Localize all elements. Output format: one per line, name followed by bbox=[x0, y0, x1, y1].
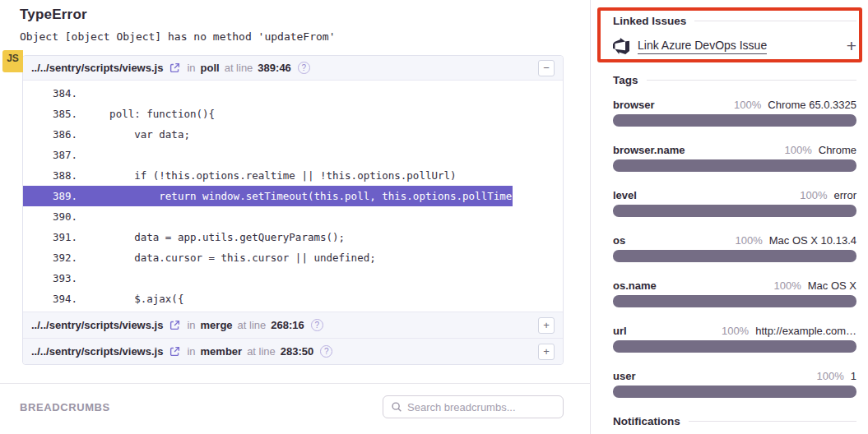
tag-distribution-bar[interactable] bbox=[613, 386, 856, 398]
azure-devops-icon bbox=[613, 38, 629, 54]
tag-percent: 100% bbox=[800, 189, 827, 201]
code-line: 393. bbox=[23, 268, 563, 289]
issue-detail-page: TypeError Object [object Object] has no … bbox=[0, 0, 868, 434]
frame-line-number: 268:16 bbox=[271, 319, 304, 331]
code-line: 385. poll: function(){ bbox=[23, 104, 563, 124]
tag-value[interactable]: http://example.com… bbox=[755, 325, 856, 337]
stack-frame-header[interactable]: ../../sentry/scripts/views.js in member … bbox=[23, 338, 563, 364]
tags-section: Tags browser 100% Chrome 65.0.3325 brows… bbox=[613, 74, 856, 398]
tag-item: url 100% http://example.com… bbox=[613, 325, 856, 353]
main-column: TypeError Object [object Object] has no … bbox=[0, 0, 591, 434]
tag-key[interactable]: browser bbox=[613, 99, 655, 111]
frame-at-label: at line bbox=[238, 319, 267, 331]
source-code-block: 384. 385. poll: function(){ 386. var dat… bbox=[23, 81, 563, 312]
frame-function: poll bbox=[201, 62, 220, 74]
stack-frame-header[interactable]: ../../sentry/scripts/views.js in poll at… bbox=[23, 56, 563, 81]
frame-line-number: 389:46 bbox=[258, 62, 290, 74]
breadcrumbs-section: BREADCRUMBS bbox=[20, 395, 564, 418]
tag-value[interactable]: Mac OS X bbox=[808, 279, 856, 292]
tag-distribution-bar[interactable] bbox=[613, 295, 856, 307]
code-line: 387. bbox=[23, 145, 563, 165]
frame-in-label: in bbox=[187, 345, 195, 358]
tag-percent: 100% bbox=[785, 144, 812, 156]
tag-key[interactable]: os bbox=[613, 234, 625, 247]
collapse-frame-button[interactable]: − bbox=[538, 60, 555, 76]
frame-line-number: 283:50 bbox=[281, 345, 313, 358]
breadcrumbs-heading: BREADCRUMBS bbox=[20, 401, 110, 413]
notifications-section: Notifications bbox=[613, 415, 856, 427]
code-line: 394. $.ajax({ bbox=[23, 289, 563, 309]
tag-item: level 100% error bbox=[613, 189, 856, 217]
search-input[interactable] bbox=[407, 401, 555, 413]
code-line: 388. if (!this.options.realtime || !this… bbox=[23, 165, 563, 186]
frame-function: merge bbox=[201, 319, 233, 331]
tag-value[interactable]: Chrome 65.0.3325 bbox=[768, 99, 856, 111]
expand-frame-button[interactable]: + bbox=[538, 344, 555, 360]
frame-in-label: in bbox=[187, 319, 195, 331]
expand-frame-button[interactable]: + bbox=[538, 317, 555, 334]
linked-issues-heading: Linked Issues bbox=[613, 15, 856, 27]
tag-distribution-bar[interactable] bbox=[613, 250, 856, 262]
code-line: 392. data.cursor = this.cursor || undefi… bbox=[23, 247, 563, 268]
breadcrumbs-search[interactable] bbox=[383, 395, 564, 418]
tag-distribution-bar[interactable] bbox=[613, 114, 856, 127]
tag-key[interactable]: browser.name bbox=[613, 144, 685, 156]
tag-distribution-bar[interactable] bbox=[613, 340, 856, 353]
link-azure-devops-row[interactable]: Link Azure DevOps Issue + bbox=[613, 38, 856, 54]
tag-value[interactable]: error bbox=[834, 189, 856, 201]
code-line: 384. bbox=[23, 83, 563, 104]
external-link-icon[interactable] bbox=[169, 320, 180, 330]
tag-key[interactable]: url bbox=[613, 325, 627, 337]
tag-value[interactable]: Mac OS X 10.13.4 bbox=[769, 234, 856, 247]
tag-item: browser 100% Chrome 65.0.3325 bbox=[613, 99, 856, 127]
tag-percent: 100% bbox=[817, 370, 844, 382]
code-line: 391. data = app.utils.getQueryParams(); bbox=[23, 227, 563, 247]
tag-value[interactable]: 1 bbox=[851, 370, 856, 382]
frame-file-path[interactable]: ../../sentry/scripts/views.js bbox=[31, 319, 163, 331]
stack-trace: JS ../../sentry/scripts/views.js in poll… bbox=[22, 55, 564, 365]
code-line: 390. bbox=[23, 206, 563, 227]
heading-rule bbox=[647, 80, 856, 81]
tag-item: os.name 100% Mac OS X bbox=[613, 279, 856, 307]
heading-rule bbox=[689, 421, 856, 422]
js-platform-badge: JS bbox=[2, 50, 23, 72]
code-line-highlighted: 389. return window.setTimeout(this.poll,… bbox=[23, 186, 513, 206]
external-link-icon[interactable] bbox=[169, 62, 180, 73]
notifications-heading: Notifications bbox=[613, 415, 856, 427]
help-icon[interactable]: ? bbox=[311, 319, 323, 331]
tag-distribution-bar[interactable] bbox=[613, 159, 856, 172]
error-title: TypeError bbox=[20, 7, 590, 23]
frame-in-label: in bbox=[187, 62, 195, 74]
stack-frame-header[interactable]: ../../sentry/scripts/views.js in merge a… bbox=[23, 312, 563, 338]
heading-rule bbox=[694, 21, 856, 21]
tag-percent: 100% bbox=[734, 99, 761, 111]
tag-distribution-bar[interactable] bbox=[613, 205, 856, 217]
tag-key[interactable]: user bbox=[613, 370, 635, 382]
tag-value[interactable]: Chrome bbox=[819, 144, 856, 156]
frame-file-path[interactable]: ../../sentry/scripts/views.js bbox=[31, 62, 163, 74]
code-line: 386. var data; bbox=[23, 124, 563, 145]
linked-issues-section: Linked Issues Link Azure DevOps Issue + bbox=[613, 15, 856, 54]
error-message: Object [object Object] has no method 'up… bbox=[20, 30, 590, 43]
help-icon[interactable]: ? bbox=[298, 62, 310, 74]
help-icon[interactable]: ? bbox=[320, 345, 332, 358]
frame-function: member bbox=[201, 345, 243, 358]
external-link-icon[interactable] bbox=[169, 346, 180, 357]
tag-item: user 100% 1 bbox=[613, 370, 856, 398]
tag-percent: 100% bbox=[736, 234, 763, 247]
add-linked-issue-button[interactable]: + bbox=[847, 38, 856, 54]
tag-key[interactable]: level bbox=[613, 189, 637, 201]
section-divider bbox=[0, 383, 591, 384]
tag-percent: 100% bbox=[722, 325, 749, 337]
tag-key[interactable]: os.name bbox=[613, 279, 657, 292]
sidebar: Linked Issues Link Azure DevOps Issue + … bbox=[591, 0, 868, 434]
tag-percent: 100% bbox=[774, 279, 801, 292]
frame-file-path[interactable]: ../../sentry/scripts/views.js bbox=[31, 345, 163, 358]
frame-at-label: at line bbox=[247, 345, 276, 358]
tag-item: os 100% Mac OS X 10.13.4 bbox=[613, 234, 856, 262]
search-icon bbox=[391, 401, 402, 413]
frame-at-label: at line bbox=[225, 62, 253, 74]
tag-item: browser.name 100% Chrome bbox=[613, 144, 856, 172]
tags-heading: Tags bbox=[613, 74, 856, 86]
link-azure-devops-issue-link[interactable]: Link Azure DevOps Issue bbox=[638, 39, 767, 54]
